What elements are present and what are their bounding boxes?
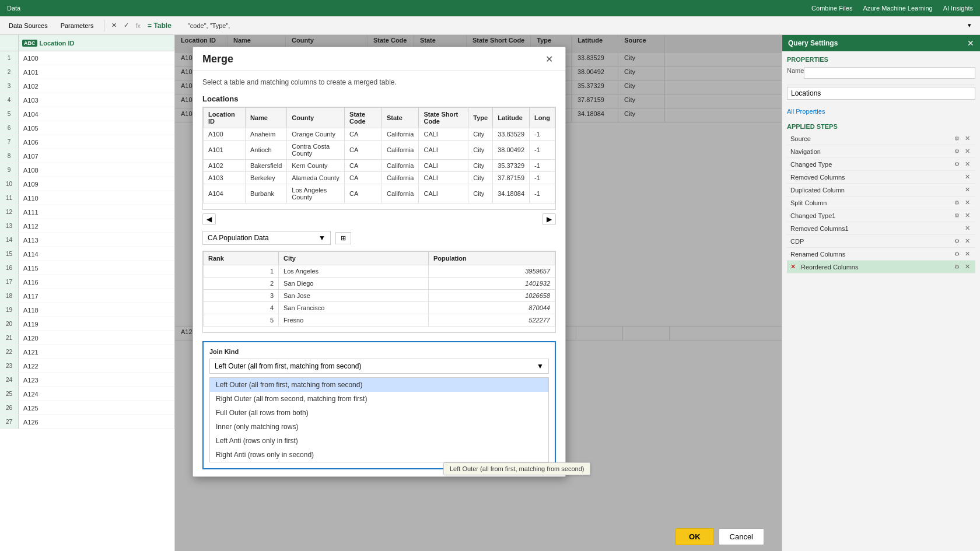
table-row[interactable]: A103 Berkeley Alameda County CA Californ… — [204, 172, 555, 184]
ribbon-tab-preview[interactable] — [47, 6, 57, 10]
delete-step-icon[interactable]: ✕ — [963, 250, 972, 258]
step-cdp[interactable]: CDP ⚙ ✕ — [787, 235, 975, 248]
cell-lat: 35.37329 — [493, 160, 530, 172]
right-panel-body: PROPERTIES Name Locations All Properties… — [782, 51, 980, 551]
col-latitude[interactable]: Latitude — [493, 108, 530, 128]
join-option-right-outer[interactable]: Right Outer (all from second, matching f… — [210, 392, 548, 406]
cell-statecode: CA — [345, 184, 382, 203]
table-row[interactable]: 2 San Diego 1401932 — [204, 278, 555, 290]
join-option-left-anti[interactable]: Left Anti (rows only in first) — [210, 434, 548, 448]
right-panel-collapse[interactable]: ✕ — [967, 38, 974, 48]
cell-a120: A120 — [19, 331, 174, 345]
step-removed-columns1[interactable]: Removed Columns1 ✕ — [787, 222, 975, 235]
cell-lat: 37.87159 — [493, 172, 530, 184]
table-row[interactable]: A104 Burbank Los Angeles County CA Calif… — [204, 184, 555, 203]
ribbon-combine-files[interactable]: Combine Files — [807, 3, 857, 13]
col-longitude[interactable]: Long — [530, 108, 555, 128]
join-option-full-outer[interactable]: Full Outer (all rows from both) — [210, 406, 548, 420]
join-option-left-outer[interactable]: Left Outer (all from first, matching fro… — [210, 378, 548, 392]
delete-step-icon[interactable]: ✕ — [963, 224, 972, 232]
gear-icon: ⚙ — [954, 148, 960, 155]
delete-step-icon[interactable]: ✕ — [963, 263, 972, 271]
table-row[interactable]: A102 Bakersfield Kern County CA Californ… — [204, 160, 555, 172]
delete-step-icon[interactable]: ✕ — [963, 160, 972, 168]
cell-state: California — [382, 128, 418, 141]
join-option-right-anti[interactable]: Right Anti (rows only in second) — [210, 448, 548, 462]
table2-expand-btn[interactable]: ⊞ — [335, 232, 351, 244]
col-state[interactable]: State — [382, 108, 418, 128]
gear-icon: ⚙ — [954, 161, 960, 167]
cell-state: California — [382, 172, 418, 184]
scroll-left-btn[interactable]: ◀ — [202, 213, 216, 225]
cell-rank: 5 — [204, 314, 279, 327]
col-state-short-code[interactable]: State Short Code — [419, 108, 468, 128]
col-city[interactable]: City — [279, 252, 429, 265]
cell-county: Alameda County — [287, 172, 345, 184]
row-num: 6 — [0, 121, 19, 135]
step-changed-type[interactable]: Changed Type ⚙ ✕ — [787, 158, 975, 171]
table-row: 12 A111 — [0, 205, 174, 219]
cell-statecode: CA — [345, 128, 382, 141]
step-duplicated-column[interactable]: Duplicated Column ✕ — [787, 184, 975, 196]
step-split-column[interactable]: Split Column ⚙ ✕ — [787, 196, 975, 209]
ribbon-tab-parameters[interactable] — [37, 6, 46, 10]
table-row[interactable]: A100 Anaheim Orange County CA California… — [204, 128, 555, 141]
table-row[interactable]: A101 Antioch Contra Costa County CA Cali… — [204, 141, 555, 160]
col-population[interactable]: Population — [428, 252, 555, 265]
table-row: 2 A101 — [0, 65, 174, 79]
ribbon-azure[interactable]: Azure Machine Learning — [858, 3, 937, 13]
col-name[interactable]: Name — [245, 108, 286, 128]
delete-step-icon[interactable]: ✕ — [963, 148, 972, 155]
main-layout: ABC Location ID 1 A100 2 A101 3 A102 4 A… — [0, 35, 980, 551]
table-row: 17 A116 — [0, 275, 174, 289]
ok-button[interactable]: OK — [676, 528, 714, 545]
step-navigation[interactable]: Navigation ⚙ ✕ — [787, 145, 975, 158]
toolbar-datasources[interactable]: Data Sources — [4, 20, 53, 31]
table-row[interactable]: 1 Los Angeles 3959657 — [204, 265, 555, 278]
step-reordered-columns[interactable]: ✕ Reordered Columns ⚙ ✕ — [787, 261, 975, 273]
cell-shortcode: CALI — [419, 172, 468, 184]
table-row: 3 A102 — [0, 79, 174, 93]
step-changed-type1[interactable]: Changed Type1 ⚙ ✕ — [787, 209, 975, 222]
col-location-id[interactable]: Location ID — [204, 108, 246, 128]
table-row[interactable]: 3 San Jose 1026658 — [204, 290, 555, 302]
toolbar-parameters[interactable]: Parameters — [55, 20, 99, 31]
col-county[interactable]: County — [287, 108, 345, 128]
name-input[interactable] — [804, 67, 975, 79]
delete-step-icon[interactable]: ✕ — [963, 186, 972, 194]
delete-step-icon[interactable]: ✕ — [963, 135, 972, 142]
step-renamed-columns[interactable]: Renamed Columns ⚙ ✕ — [787, 248, 975, 261]
col-type[interactable]: Type — [468, 108, 493, 128]
join-option-inner[interactable]: Inner (only matching rows) — [210, 420, 548, 434]
step-source[interactable]: Source ⚙ ✕ — [787, 132, 975, 145]
ribbon-tab-data[interactable]: Data — [2, 3, 25, 13]
cell-a106: A106 — [19, 135, 174, 149]
cell-a118: A118 — [19, 303, 174, 317]
delete-step-icon[interactable]: ✕ — [963, 199, 972, 206]
scroll-right-btn[interactable]: ▶ — [542, 213, 556, 225]
all-properties-link[interactable]: All Properties — [787, 108, 825, 115]
cell-type: City — [468, 141, 493, 160]
name-text-input[interactable]: Locations — [787, 87, 975, 100]
dialog-close-button[interactable]: ✕ — [542, 52, 556, 66]
delete-step-icon[interactable]: ✕ — [963, 212, 972, 219]
delete-step-icon[interactable]: ✕ — [963, 173, 972, 181]
ribbon-ai-insights[interactable]: AI Insights — [939, 3, 978, 13]
applied-steps-title: APPLIED STEPS — [787, 123, 975, 130]
join-kind-label: Join Kind — [209, 348, 549, 355]
cancel-button[interactable]: Cancel — [719, 528, 764, 545]
toolbar-separator — [104, 20, 104, 31]
ribbon-tab-settings[interactable] — [26, 6, 36, 10]
cell-pop: 522277 — [428, 314, 555, 327]
cell-a112: A112 — [19, 219, 174, 233]
toolbar-more[interactable]: ▾ — [963, 19, 977, 31]
col-rank[interactable]: Rank — [204, 252, 279, 265]
delete-step-icon[interactable]: ✕ — [963, 237, 972, 245]
join-kind-select[interactable]: Left Outer (all from first, matching fro… — [209, 359, 549, 374]
table-row[interactable]: 5 Fresno 522277 — [204, 314, 555, 327]
location-id-col-header[interactable]: ABC Location ID — [19, 35, 174, 51]
step-removed-columns[interactable]: Removed Columns ✕ — [787, 171, 975, 184]
table-row[interactable]: 4 San Francisco 870044 — [204, 302, 555, 314]
table2-dropdown[interactable]: CA Population Data ▼ — [202, 231, 331, 245]
col-state-code[interactable]: State Code — [345, 108, 382, 128]
